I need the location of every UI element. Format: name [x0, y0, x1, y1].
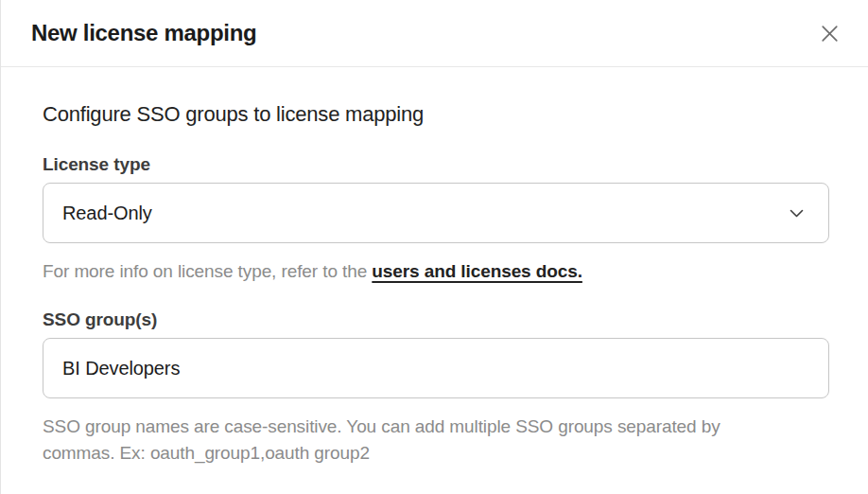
sso-groups-helper: SSO group names are case-sensitive. You …: [43, 414, 733, 467]
section-heading: Configure SSO groups to license mapping: [43, 101, 829, 128]
license-type-helper: For more info on license type, refer to …: [43, 259, 829, 284]
modal-header: New license mapping: [1, 0, 868, 67]
license-type-selected-value: Read-Only: [62, 203, 152, 224]
sso-groups-label: SSO group(s): [43, 308, 829, 332]
new-license-mapping-modal: New license mapping Configure SSO groups…: [0, 0, 868, 494]
sso-groups-input[interactable]: [43, 338, 829, 398]
license-type-label: License type: [43, 152, 829, 177]
users-and-licenses-docs-link[interactable]: users and licenses docs.: [372, 261, 582, 281]
close-icon: [818, 22, 842, 45]
chevron-down-icon: [790, 209, 804, 218]
close-button[interactable]: [815, 19, 843, 47]
modal-body: Configure SSO groups to license mapping …: [1, 101, 868, 467]
license-type-helper-text: For more info on license type, refer to …: [43, 261, 372, 281]
modal-title: New license mapping: [31, 20, 256, 46]
license-type-select[interactable]: Read-Only: [43, 183, 829, 243]
